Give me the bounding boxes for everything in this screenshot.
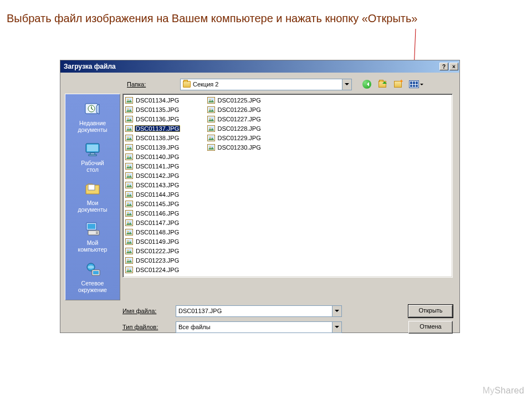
up-one-level-button[interactable] (376, 78, 388, 90)
file-name: DSC01145.JPG (135, 201, 180, 207)
file-item[interactable]: DSC01149.JPG (124, 237, 206, 246)
file-name: DSC01148.JPG (135, 229, 180, 236)
image-file-icon (125, 191, 133, 198)
file-item[interactable]: DSC01226.JPG (206, 105, 288, 114)
dialog-title: Загрузка файла (64, 63, 116, 70)
open-button[interactable]: Открыть (408, 305, 453, 318)
svg-point-84 (209, 127, 211, 129)
filename-value: DSC01137.JPG (178, 308, 332, 314)
file-item[interactable]: DSC01229.JPG (206, 133, 288, 142)
file-item[interactable]: DSC01143.JPG (124, 180, 206, 190)
image-file-icon (207, 106, 215, 114)
filetype-label: Тип файлов: (120, 324, 171, 330)
svg-point-27 (127, 127, 129, 129)
file-name: DSC01225.JPG (217, 97, 262, 104)
file-item[interactable]: DSC01146.JPG (124, 208, 206, 218)
file-name: DSC01146.JPG (135, 210, 180, 217)
svg-point-72 (127, 268, 129, 270)
svg-rect-10 (88, 231, 99, 235)
file-name: DSC01147.JPG (135, 219, 180, 226)
network-icon (83, 260, 102, 278)
file-name: DSC01143.JPG (135, 182, 180, 188)
back-button[interactable] (361, 78, 373, 90)
file-name: DSC01226.JPG (217, 106, 262, 113)
file-name: DSC01228.JPG (217, 125, 262, 132)
svg-rect-4 (87, 145, 98, 151)
places-item-label: Рабочийстол (81, 160, 104, 173)
file-item[interactable]: DSC01138.JPG (124, 133, 206, 142)
image-file-icon (125, 144, 133, 151)
svg-rect-7 (88, 185, 95, 190)
file-item[interactable]: DSC01145.JPG (124, 199, 206, 208)
file-item[interactable]: DSC01230.JPG (206, 142, 288, 152)
places-bar: НедавниедокументыРабочийстолМоидокументы… (65, 94, 120, 300)
folder-value: Секция 2 (193, 81, 342, 88)
filename-label: Имя файла: (120, 308, 171, 314)
file-item[interactable]: DSC01147.JPG (124, 218, 206, 227)
places-item-mydocs[interactable]: Моидокументы (65, 177, 120, 216)
close-button[interactable]: × (449, 63, 458, 70)
chevron-down-icon[interactable] (419, 78, 424, 90)
file-item[interactable]: DSC01142.JPG (124, 171, 206, 180)
places-item-label: Недавниедокументы (78, 120, 107, 133)
file-item[interactable]: DSC01224.JPG (124, 265, 206, 274)
places-item-recent[interactable]: Недавниедокументы (65, 98, 120, 136)
image-file-icon (125, 181, 133, 189)
help-button[interactable]: ? (439, 63, 448, 70)
svg-point-78 (209, 108, 211, 110)
file-item[interactable]: DSC01148.JPG (124, 227, 206, 237)
file-name: DSC01223.JPG (135, 257, 180, 264)
file-name: DSC01134.JPG (135, 97, 180, 104)
file-item[interactable]: DSC01144.JPG (124, 190, 206, 199)
places-item-label: Мойкомпьютер (78, 239, 108, 253)
file-name: DSC01149.JPG (135, 238, 180, 245)
file-item[interactable]: DSC01227.JPG (206, 114, 288, 124)
svg-point-39 (127, 165, 129, 166)
image-file-icon (125, 200, 133, 208)
image-file-icon (207, 96, 215, 104)
file-item[interactable]: DSC01225.JPG (206, 95, 288, 105)
folder-label: Папка: (125, 81, 176, 88)
svg-point-75 (209, 99, 211, 100)
image-file-icon (125, 162, 133, 170)
image-file-icon (125, 134, 133, 142)
file-item[interactable]: DSC01134.JPG (124, 95, 206, 105)
file-list-pane[interactable]: DSC01134.JPGDSC01135.JPGDSC01136.JPGDSC0… (122, 94, 453, 278)
file-item[interactable]: DSC01136.JPG (124, 114, 206, 124)
file-item[interactable]: DSC01137.JPG (124, 124, 206, 133)
file-item[interactable]: DSC01228.JPG (206, 124, 288, 133)
file-item[interactable]: DSC01140.JPG (124, 152, 206, 161)
filename-combo[interactable]: DSC01137.JPG (176, 305, 342, 317)
svg-point-18 (127, 99, 129, 100)
image-file-icon (125, 228, 133, 236)
svg-rect-11 (96, 232, 98, 233)
new-folder-button[interactable] (392, 78, 404, 90)
cancel-button[interactable]: Отмена (408, 321, 453, 334)
chevron-down-icon[interactable] (332, 306, 341, 316)
svg-point-63 (127, 240, 129, 242)
views-button[interactable] (407, 78, 426, 90)
titlebar: Загрузка файла ? × (60, 60, 459, 73)
image-file-icon (125, 266, 133, 274)
filetype-combo[interactable]: Все файлы (176, 321, 342, 333)
places-item-label: Моидокументы (78, 200, 107, 213)
image-file-icon (125, 219, 133, 227)
svg-point-90 (209, 146, 211, 147)
file-item[interactable]: DSC01223.JPG (124, 255, 206, 265)
svg-point-54 (127, 212, 129, 213)
folder-combo[interactable]: Секция 2 (180, 79, 352, 90)
file-item[interactable]: DSC01139.JPG (124, 142, 206, 152)
places-item-network[interactable]: Сетевоеокружение (65, 258, 120, 296)
file-item[interactable]: DSC01141.JPG (124, 161, 206, 171)
places-item-desktop[interactable]: Рабочийстол (65, 137, 120, 176)
svg-point-81 (209, 117, 211, 119)
image-file-icon (125, 172, 133, 180)
places-item-mycomputer[interactable]: Мойкомпьютер (65, 217, 120, 256)
instruction-text: Выбрать файл изображения на Вашем компью… (7, 12, 417, 25)
file-item[interactable]: DSC01222.JPG (124, 246, 206, 255)
chevron-down-icon[interactable] (332, 322, 341, 332)
file-item[interactable]: DSC01135.JPG (124, 105, 206, 114)
chevron-down-icon[interactable] (342, 79, 351, 90)
file-name: DSC01227.JPG (217, 116, 262, 122)
svg-point-36 (127, 155, 129, 157)
